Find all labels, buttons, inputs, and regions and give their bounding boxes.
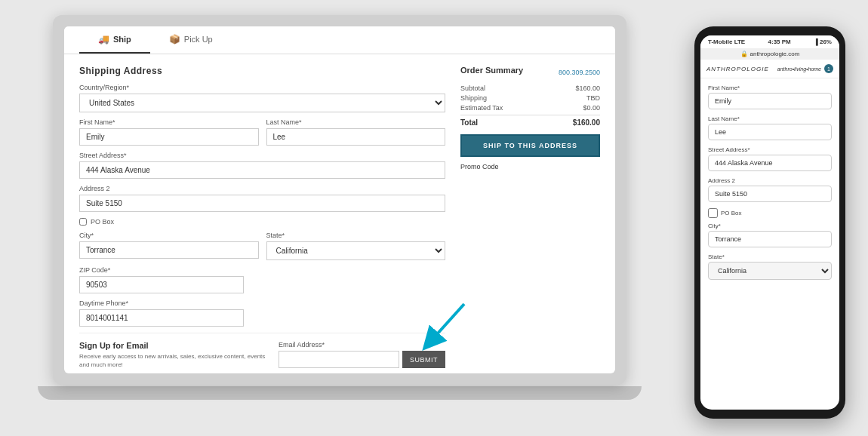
phone-last-name-group: Last Name* <box>708 115 832 140</box>
phone-po-box-checkbox[interactable] <box>708 208 718 218</box>
phone-last-name-input[interactable] <box>708 124 832 140</box>
phone-street-group: Street Address* <box>708 146 832 171</box>
signup-row: Sign Up for Email Receive early access t… <box>79 341 445 373</box>
cart-badge[interactable]: 1 <box>824 64 833 73</box>
ship-to-address-button[interactable]: SHIP TO THIS ADDRESS <box>460 134 600 157</box>
main-layout: Shipping Address Country/Region* United … <box>64 54 615 373</box>
signup-section: Sign Up for Email Receive early access t… <box>79 333 445 373</box>
battery-status: ▐ 26% <box>814 38 832 45</box>
country-select[interactable]: United States <box>79 94 445 112</box>
shipping-line: Shipping TBD <box>460 94 600 102</box>
street-label: Street Address* <box>79 152 445 159</box>
tax-label: Estimated Tax <box>460 104 503 112</box>
scene: 🚚 Ship 📦 Pick Up Shipping Address <box>0 0 868 436</box>
subtotal-label: Subtotal <box>460 84 485 92</box>
order-phone[interactable]: 800.309.2500 <box>559 69 600 76</box>
po-box-row: PO Box <box>79 218 445 226</box>
first-name-label: First Name* <box>79 118 259 126</box>
phone-content: First Name* Last Name* Street Address* A… <box>700 78 839 410</box>
mobile-phone: T-Mobile LTE 4:35 PM ▐ 26% 🔒 anthropolog… <box>694 26 845 419</box>
laptop-body: 🚚 Ship 📦 Pick Up Shipping Address <box>53 15 626 385</box>
country-group: Country/Region* United States <box>79 84 445 112</box>
phone-state-label: State* <box>708 253 832 260</box>
subtotal-line: Subtotal $160.00 <box>460 84 600 92</box>
phone-street-input[interactable] <box>708 155 832 171</box>
first-name-input[interactable] <box>79 128 259 146</box>
laptop-base <box>38 386 642 400</box>
phone-po-box-label: PO Box <box>721 210 742 216</box>
phone-city-label: City* <box>708 223 832 229</box>
tab-pickup-label: Pick Up <box>184 35 213 44</box>
form-section: Shipping Address Country/Region* United … <box>79 66 445 373</box>
phone-city-input[interactable] <box>708 231 832 247</box>
phone-nav-logos: ANTHROPOLOGIE anthro•living•home 1 <box>706 64 833 73</box>
phone-first-name-label: First Name* <box>708 84 832 91</box>
tab-ship[interactable]: 🚚 Ship <box>79 26 150 54</box>
state-label: State* <box>266 232 446 239</box>
email-group: Email Address* SUBMIT <box>279 341 445 368</box>
email-input[interactable] <box>279 351 399 368</box>
phone-state-select[interactable]: California <box>708 262 832 280</box>
signup-desc: Receive early access to new arrivals, sa… <box>79 352 271 369</box>
subtotal-value: $160.00 <box>575 84 600 92</box>
state-select[interactable]: California <box>266 241 446 260</box>
submit-button[interactable]: SUBMIT <box>402 351 445 368</box>
phone-screen: T-Mobile LTE 4:35 PM ▐ 26% 🔒 anthropolog… <box>700 35 839 410</box>
zip-label: ZIP Code* <box>79 266 445 274</box>
tab-ship-label: Ship <box>113 35 131 44</box>
address2-label: Address 2 <box>79 185 445 192</box>
order-header: Order Summary 800.309.2500 <box>460 66 600 78</box>
phone-last-name-label: Last Name* <box>708 115 832 122</box>
phone-first-name-input[interactable] <box>708 93 832 109</box>
address2-input[interactable] <box>79 195 445 212</box>
laptop-content: 🚚 Ship 📦 Pick Up Shipping Address <box>64 26 615 373</box>
street-group: Street Address* <box>79 152 445 179</box>
time-display: 4:35 PM <box>768 38 791 45</box>
promo-code[interactable]: Promo Code <box>460 163 600 170</box>
email-label: Email Address* <box>279 341 445 348</box>
shipping-value: TBD <box>586 94 600 102</box>
carrier-text: T-Mobile LTE <box>708 38 745 45</box>
zip-group: ZIP Code* <box>79 266 445 293</box>
city-state-row: City* State* California <box>79 232 445 260</box>
phone-input[interactable] <box>79 309 244 327</box>
url-text: anthropologie.com <box>750 51 800 57</box>
signup-left: Sign Up for Email Receive early access t… <box>79 341 271 373</box>
phone-address2-label: Address 2 <box>708 177 832 184</box>
phone-city-group: City* <box>708 223 832 247</box>
tab-pickup[interactable]: 📦 Pick Up <box>150 26 232 54</box>
street-input[interactable] <box>79 161 445 179</box>
phone-group: Daytime Phone* <box>79 299 445 327</box>
tax-line: Estimated Tax $0.00 <box>460 104 600 112</box>
country-label: Country/Region* <box>79 84 445 91</box>
name-row: First Name* Last Name* <box>79 118 445 146</box>
city-label: City* <box>79 232 259 239</box>
shipping-address-title: Shipping Address <box>79 66 445 76</box>
phone-status-bar: T-Mobile LTE 4:35 PM ▐ 26% <box>700 35 839 48</box>
shipping-label: Shipping <box>460 94 487 102</box>
total-label: Total <box>460 118 478 127</box>
state-group: State* California <box>266 232 446 260</box>
zip-input[interactable] <box>79 276 244 293</box>
last-name-input[interactable] <box>266 128 446 146</box>
last-name-label: Last Name* <box>266 118 446 126</box>
phone-first-name-group: First Name* <box>708 84 832 109</box>
total-value: $160.00 <box>573 118 600 127</box>
po-box-checkbox[interactable] <box>79 218 87 226</box>
phone-address2-input[interactable] <box>708 186 832 202</box>
battery-text: ▐ 26% <box>814 38 832 45</box>
order-title: Order Summary <box>460 66 523 75</box>
po-box-label: PO Box <box>91 218 114 226</box>
carrier-signal: T-Mobile LTE <box>708 38 745 45</box>
tab-bar: 🚚 Ship 📦 Pick Up <box>64 26 615 54</box>
city-group: City* <box>79 232 259 260</box>
signup-title: Sign Up for Email <box>79 341 271 350</box>
city-input[interactable] <box>79 241 259 259</box>
phone-street-label: Street Address* <box>708 146 832 153</box>
phone-state-group: State* California <box>708 253 832 280</box>
lock-icon: 🔒 <box>740 51 748 57</box>
phone-po-box-row: PO Box <box>708 208 832 218</box>
laptop-screen: 🚚 Ship 📦 Pick Up Shipping Address <box>64 26 615 373</box>
phone-address2-group: Address 2 <box>708 177 832 202</box>
signup-right: Email Address* SUBMIT <box>279 341 445 368</box>
